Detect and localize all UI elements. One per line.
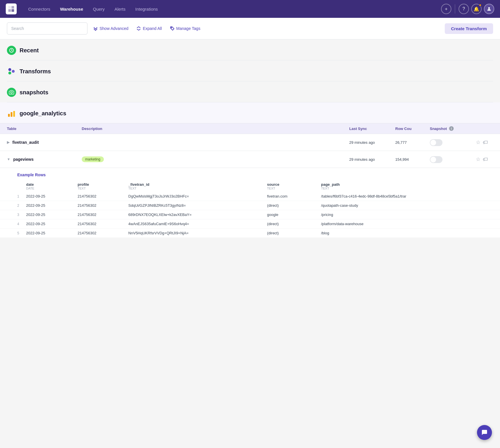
row-count-fivetran-audit: 26,777 [395, 140, 430, 145]
expand-all-button[interactable]: Expand All [135, 24, 163, 33]
col-table: Table [7, 126, 82, 131]
row-page-path: /platform/data-warehouse [318, 219, 500, 229]
help-button[interactable]: ? [459, 4, 469, 14]
svg-rect-5 [12, 6, 14, 9]
chat-button[interactable] [477, 425, 492, 440]
recent-section[interactable]: Recent [7, 39, 493, 60]
svg-rect-17 [13, 111, 15, 117]
col-actions [476, 126, 493, 131]
tag-icon [170, 26, 175, 31]
col-row-count: Row Cou [395, 126, 430, 131]
snapshot-toggle-pageviews[interactable] [430, 156, 442, 163]
row-date: 2022-09-25 [23, 201, 74, 210]
nav-divider [455, 4, 455, 14]
search-input[interactable] [7, 22, 87, 35]
show-advanced-button[interactable]: Show Advanced [92, 24, 129, 33]
collapse-icon[interactable]: ▼ [7, 157, 10, 161]
example-rows-section: Example Rows date DATE profile TEXT _fiv… [0, 168, 500, 238]
col-num [0, 181, 23, 192]
snapshots-section[interactable]: snapshots [7, 81, 493, 102]
svg-point-14 [11, 92, 12, 93]
table-row: 2 2022-09-25 214756302 SdqUi/GZPJlNIBZRK… [0, 201, 500, 210]
svg-point-9 [171, 27, 172, 28]
toolbar: Show Advanced Expand All Manage Tags Cre… [0, 18, 500, 39]
ga-header[interactable]: google_analytics [0, 102, 500, 123]
svg-rect-7 [12, 9, 14, 12]
logo[interactable] [6, 3, 17, 14]
transforms-title: Transforms [20, 68, 51, 75]
avatar[interactable] [484, 4, 494, 14]
row-source: (direct) [264, 201, 318, 210]
create-transform-button[interactable]: Create Transform [445, 23, 493, 34]
row-num: 1 [0, 192, 23, 201]
transforms-icon [7, 67, 16, 76]
row-last-sync-pageviews: 29 minutes ago [349, 157, 395, 162]
ga-title: google_analytics [20, 110, 66, 117]
col-date: date DATE [23, 181, 74, 192]
row-fivetran-id: 4wAnEJS635afuCamlE+9S6oHvq4= [125, 219, 264, 229]
nav-alerts[interactable]: Alerts [110, 4, 129, 14]
row-last-sync-fivetran-audit: 29 minutes ago [349, 140, 395, 145]
row-fivetran-id: DgQwMslsMgjT3oJsJrWJ3o2BHFc= [125, 192, 264, 201]
col-description: Description [82, 126, 349, 131]
nav-warehouse[interactable]: Warehouse [56, 4, 87, 14]
notifications-button[interactable]: 🔔 [471, 4, 482, 14]
svg-rect-15 [8, 114, 10, 117]
example-rows-title: Example Rows [0, 168, 500, 181]
row-profile: 214756302 [74, 229, 125, 238]
nav-connectors[interactable]: Connectors [24, 4, 54, 14]
row-num: 4 [0, 219, 23, 229]
manage-tags-button[interactable]: Manage Tags [169, 24, 202, 33]
col-source: source TEXT [264, 181, 318, 192]
snapshot-toggle-fivetran-audit[interactable] [430, 139, 442, 146]
col-fivetran-id: _fivetran_id TEXT [125, 181, 264, 192]
svg-point-13 [8, 72, 11, 74]
row-date: 2022-09-25 [23, 210, 74, 219]
row-fivetran-id: NnV5HqUKRfsrVVDg+QRtJI9+NjA= [125, 229, 264, 238]
recent-title: Recent [20, 47, 39, 54]
svg-rect-4 [8, 6, 11, 9]
expand-all-icon [136, 26, 141, 31]
row-page-path: /tables/f6bf37ca-c416-4edc-98df-8b48ce5b… [318, 192, 500, 201]
nav-right: ＋ ? 🔔 [441, 4, 494, 14]
row-date: 2022-09-25 [23, 229, 74, 238]
row-profile: 214756302 [74, 201, 125, 210]
svg-point-12 [12, 70, 15, 73]
row-snapshot-fivetran-audit [430, 139, 476, 146]
example-rows-table: date DATE profile TEXT _fivetran_id TEXT… [0, 181, 500, 238]
row-page-path: /pricing [318, 210, 500, 219]
tag-icon-fivetran-audit[interactable]: 🏷 [483, 139, 488, 145]
table-row: 3 2022-09-25 214756302 689rDNX7EOQKLXElw… [0, 210, 500, 219]
add-button[interactable]: ＋ [441, 4, 451, 14]
snapshots-title: snapshots [20, 89, 48, 96]
main-content: Recent Transforms snapshots [0, 39, 500, 102]
star-icon-pageviews[interactable]: ☆ [476, 156, 480, 162]
nav-query[interactable]: Query [89, 4, 109, 14]
star-icon-fivetran-audit[interactable]: ☆ [476, 139, 480, 145]
row-name-fivetran-audit: ▶ fivetran_audit [7, 140, 82, 145]
svg-point-11 [8, 68, 11, 71]
row-source: (direct) [264, 229, 318, 238]
show-advanced-icon [93, 26, 98, 31]
row-date: 2022-09-25 [23, 219, 74, 229]
table-row: 1 2022-09-25 214756302 DgQwMslsMgjT3oJsJ… [0, 192, 500, 201]
transforms-section[interactable]: Transforms [7, 60, 493, 81]
table-row: ▶ fivetran_audit 29 minutes ago 26,777 ☆… [0, 134, 500, 151]
row-num: 3 [0, 210, 23, 219]
nav-links: Connectors Warehouse Query Alerts Integr… [24, 4, 438, 14]
row-profile: 214756302 [74, 192, 125, 201]
snapshot-info-icon[interactable]: i [449, 126, 454, 131]
table-row: 5 2022-09-25 214756302 NnV5HqUKRfsrVVDg+… [0, 229, 500, 238]
row-num: 2 [0, 201, 23, 210]
table-row: 4 2022-09-25 214756302 4wAnEJS635afuCaml… [0, 219, 500, 229]
svg-rect-6 [8, 9, 11, 12]
row-page-path: /blog [318, 229, 500, 238]
tag-icon-pageviews[interactable]: 🏷 [483, 156, 488, 162]
row-count-pageviews: 154,994 [395, 157, 430, 162]
nav-integrations[interactable]: Integrations [131, 4, 162, 14]
row-fivetran-id: 689rDNX7EOQKLXElw+k2avXEBaY= [125, 210, 264, 219]
svg-rect-16 [11, 112, 12, 117]
expand-icon[interactable]: ▶ [7, 140, 9, 144]
row-fivetran-id: SdqUi/GZPJlNIBZRKc5T3gyINz8= [125, 201, 264, 210]
row-description-pageviews: marketing [82, 156, 349, 162]
